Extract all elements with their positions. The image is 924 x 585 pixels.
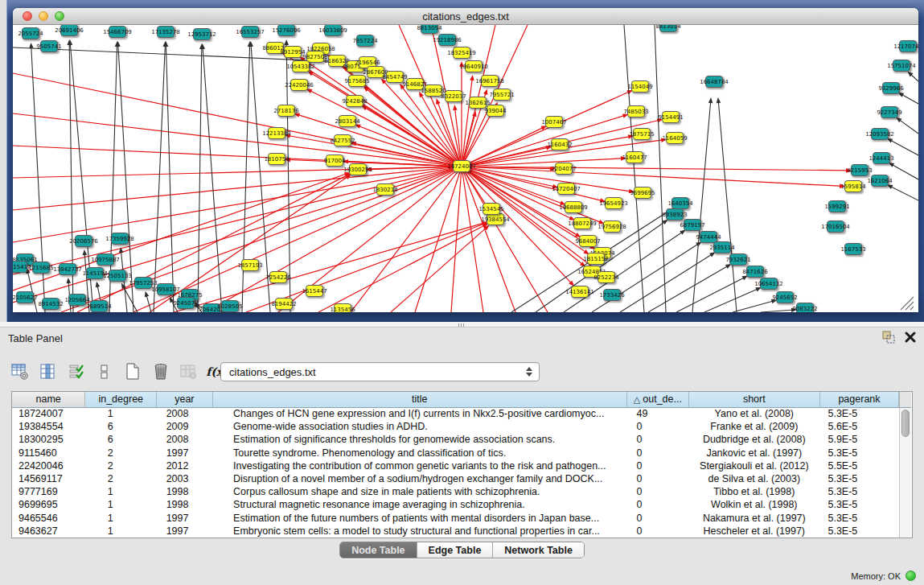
float-panel-icon[interactable]	[882, 331, 895, 344]
graph-node[interactable]: 10654112	[760, 278, 778, 290]
graph-node[interactable]: 8194422	[275, 298, 293, 310]
graph-node[interactable]: 10543382	[292, 60, 310, 72]
graph-node[interactable]: 15751074	[893, 60, 910, 72]
table-cell[interactable]: 22420046	[12, 459, 85, 472]
table-row[interactable]: 1872400712008Changes of HCN gene express…	[12, 407, 899, 420]
graph-node[interactable]: 10975887	[97, 253, 114, 266]
table-cell[interactable]: Estimation of the future numbers of pati…	[212, 512, 627, 525]
graph-node[interactable]: 1640354	[671, 197, 689, 209]
table-cell[interactable]: 0	[627, 433, 689, 446]
graph-node[interactable]: 1160432	[551, 138, 569, 150]
tab-node-table[interactable]: Node Table	[340, 542, 417, 558]
graph-node[interactable]: 9227349	[881, 106, 898, 118]
table-cell[interactable]: 6	[85, 420, 157, 433]
graph-node[interactable]: 2204077	[555, 163, 573, 175]
graph-node[interactable]: 2803144	[339, 115, 356, 127]
graph-node[interactable]: 1244413	[873, 152, 890, 164]
graph-node[interactable]: 1145194	[86, 267, 104, 279]
graph-node[interactable]: 2935114	[713, 241, 731, 253]
table-cell[interactable]: 2008	[157, 433, 212, 446]
table-cell[interactable]: 0	[627, 525, 689, 538]
graph-node[interactable]: 1164059	[666, 132, 684, 144]
graph-node[interactable]: 16553257	[241, 26, 259, 38]
table-cell[interactable]: 14569117	[12, 472, 85, 485]
table-row[interactable]: 2242004622012Investigating the contribut…	[12, 459, 899, 472]
table-columns-icon[interactable]	[39, 363, 57, 381]
table-row[interactable]: 1938455462009Genome-wide association stu…	[12, 420, 899, 433]
graph-node[interactable]: 9684007	[579, 235, 597, 247]
graph-node[interactable]: 19654923	[605, 197, 622, 209]
graph-node[interactable]: 9154491	[662, 111, 680, 123]
graph-node[interactable]: 16648784	[705, 76, 723, 88]
table-cell[interactable]: 19384554	[12, 420, 85, 433]
close-panel-icon[interactable]	[905, 332, 916, 343]
table-cell[interactable]: Stergiakouli et al. (2012)	[688, 459, 819, 472]
scrollbar-thumb[interactable]	[901, 410, 910, 437]
graph-node[interactable]: 15466709	[109, 26, 126, 38]
table-cell[interactable]: 5.3E-5	[819, 498, 898, 511]
table-cell[interactable]: Tourette syndrome. Phenomenology and cla…	[212, 447, 627, 459]
table-cell[interactable]: 2	[85, 447, 157, 459]
graph-node[interactable]: 8215953	[851, 164, 869, 176]
graph-node[interactable]: 1534545	[483, 203, 500, 215]
table-cell[interactable]: 5.3E-5	[819, 407, 898, 420]
table-cell[interactable]: 1	[85, 525, 157, 538]
table-cell[interactable]: 2	[85, 472, 157, 485]
table-cell[interactable]: 5.3E-5	[819, 485, 898, 498]
graph-node[interactable]: 13942737	[59, 263, 76, 275]
graph-node[interactable]: 2055724	[22, 27, 39, 39]
table-scrollbar[interactable]	[899, 408, 911, 538]
graph-node[interactable]: 9329966	[882, 82, 900, 94]
table-cell[interactable]: 9463627	[12, 525, 85, 538]
graph-node[interactable]: 8813054	[421, 25, 438, 34]
graph-node[interactable]: 1815152	[587, 253, 605, 265]
graph-node[interactable]: 1135456	[334, 303, 351, 312]
graph-node[interactable]: 8028505	[221, 300, 239, 312]
graph-node[interactable]: 8938923	[666, 208, 684, 220]
table-cell[interactable]: 5.3E-5	[819, 447, 898, 459]
column-header-name[interactable]: name	[12, 392, 85, 407]
graph-node[interactable]: 19384554	[487, 213, 504, 225]
table-cell[interactable]: Corpus callosum shape and size in male p…	[212, 485, 627, 498]
table-cell[interactable]: 5.3E-5	[819, 525, 898, 538]
column-header-out_de[interactable]: △out_de...	[627, 392, 689, 407]
table-cell[interactable]: Dudbridge et al. (2008)	[688, 433, 819, 446]
graph-node[interactable]: 12953712	[193, 28, 211, 40]
graph-node[interactable]: 16033809	[324, 25, 342, 36]
table-cell[interactable]: 5.6E-5	[819, 420, 898, 433]
table-cell[interactable]: 2003	[157, 472, 212, 485]
graph-node[interactable]: 1599291	[828, 200, 846, 212]
graph-node[interactable]: 18807249	[573, 217, 591, 229]
table-cell[interactable]: 9465546	[12, 512, 85, 525]
table-cell[interactable]: 1	[85, 498, 157, 511]
table-cell[interactable]: 1997	[157, 447, 212, 459]
table-cell[interactable]: Structural magnetic resonance image aver…	[212, 498, 627, 511]
graph-node[interactable]: 14136141	[571, 286, 589, 298]
table-cell[interactable]: 5.9E-5	[819, 433, 898, 446]
graph-node[interactable]: 1857193	[241, 259, 259, 271]
table-cell[interactable]: 0	[627, 512, 689, 525]
graph-node[interactable]: 1830214	[376, 183, 394, 196]
graph-node[interactable]: 1167533	[844, 243, 862, 255]
graph-node[interactable]: 8322037	[445, 90, 462, 102]
graph-node[interactable]: 18640910	[465, 60, 483, 72]
graph-node[interactable]: 7254226	[269, 271, 287, 283]
graph-node[interactable]: 2718176	[277, 105, 295, 117]
column-header-year[interactable]: year	[157, 392, 212, 407]
table-cell[interactable]: 5.3E-5	[819, 512, 898, 525]
graph-node[interactable]: 7857224	[356, 35, 374, 47]
table-cell[interactable]: 1998	[157, 485, 212, 498]
graph-node[interactable]: 9175685	[348, 75, 366, 87]
graph-node[interactable]: 9505741	[40, 40, 58, 52]
panel-splitter[interactable]	[0, 322, 924, 328]
table-cell[interactable]: 1997	[157, 525, 212, 538]
graph-node[interactable]: 19756928	[603, 220, 621, 233]
table-cell[interactable]: 18724007	[12, 407, 85, 420]
graph-node[interactable]: 12213383	[268, 127, 285, 139]
table-cell[interactable]: 2009	[157, 420, 212, 433]
graph-node[interactable]: 1215685	[32, 262, 50, 274]
tab-edge-table[interactable]: Edge Table	[417, 542, 494, 558]
table-cell[interactable]: 2008	[157, 407, 212, 420]
graph-node[interactable]: 10688809	[565, 201, 582, 213]
table-cell[interactable]: 9777169	[12, 485, 85, 498]
